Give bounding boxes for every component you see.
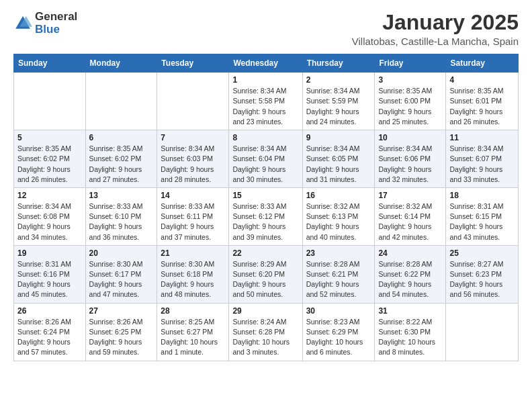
day-info: Sunrise: 8:28 AM Sunset: 6:22 PM Dayligh…	[378, 259, 442, 300]
weekday-header-friday: Friday	[375, 54, 446, 73]
day-info: Sunrise: 8:33 AM Sunset: 6:11 PM Dayligh…	[161, 201, 225, 242]
day-number: 25	[449, 248, 515, 258]
day-info: Sunrise: 8:32 AM Sunset: 6:14 PM Dayligh…	[378, 201, 442, 242]
day-number: 7	[161, 133, 225, 142]
calendar-cell: 5Sunrise: 8:35 AM Sunset: 6:02 PM Daylig…	[14, 130, 86, 188]
day-number: 19	[17, 248, 82, 258]
day-number: 11	[449, 133, 515, 142]
day-info: Sunrise: 8:33 AM Sunset: 6:10 PM Dayligh…	[89, 201, 154, 242]
calendar-row-2: 5Sunrise: 8:35 AM Sunset: 6:02 PM Daylig…	[14, 130, 519, 188]
calendar-cell: 29Sunrise: 8:24 AM Sunset: 6:28 PM Dayli…	[229, 303, 302, 361]
weekday-header-wednesday: Wednesday	[229, 54, 302, 73]
day-info: Sunrise: 8:33 AM Sunset: 6:12 PM Dayligh…	[232, 201, 298, 242]
calendar-cell: 28Sunrise: 8:25 AM Sunset: 6:27 PM Dayli…	[157, 303, 229, 361]
day-number: 17	[378, 191, 442, 200]
day-info: Sunrise: 8:30 AM Sunset: 6:18 PM Dayligh…	[161, 259, 225, 300]
calendar-cell: 8Sunrise: 8:34 AM Sunset: 6:04 PM Daylig…	[229, 130, 302, 188]
calendar-row-4: 19Sunrise: 8:31 AM Sunset: 6:16 PM Dayli…	[14, 245, 519, 303]
calendar-row-1: 1Sunrise: 8:34 AM Sunset: 5:58 PM Daylig…	[14, 73, 519, 130]
day-number: 1	[232, 75, 298, 85]
calendar-cell: 2Sunrise: 8:34 AM Sunset: 5:59 PM Daylig…	[302, 73, 375, 130]
logo-blue: Blue	[35, 24, 77, 36]
day-number: 14	[161, 191, 225, 200]
day-info: Sunrise: 8:31 AM Sunset: 6:16 PM Dayligh…	[17, 259, 82, 300]
location-title: Villatobas, Castille-La Mancha, Spain	[352, 36, 519, 47]
day-info: Sunrise: 8:34 AM Sunset: 6:08 PM Dayligh…	[17, 201, 82, 242]
day-number: 30	[306, 306, 371, 316]
day-info: Sunrise: 8:35 AM Sunset: 6:00 PM Dayligh…	[378, 86, 442, 127]
calendar-cell: 14Sunrise: 8:33 AM Sunset: 6:11 PM Dayli…	[157, 187, 229, 245]
day-number: 4	[449, 75, 515, 85]
day-info: Sunrise: 8:35 AM Sunset: 6:02 PM Dayligh…	[17, 144, 82, 185]
calendar-cell: 25Sunrise: 8:27 AM Sunset: 6:23 PM Dayli…	[446, 245, 519, 303]
day-number: 31	[378, 306, 442, 316]
day-info: Sunrise: 8:34 AM Sunset: 6:03 PM Dayligh…	[161, 144, 225, 185]
day-number: 16	[306, 191, 371, 200]
calendar-cell: 27Sunrise: 8:26 AM Sunset: 6:25 PM Dayli…	[85, 303, 157, 361]
day-info: Sunrise: 8:30 AM Sunset: 6:17 PM Dayligh…	[89, 259, 154, 300]
month-title: January 2025	[352, 11, 519, 34]
weekday-header-monday: Monday	[85, 54, 157, 73]
day-number: 6	[89, 133, 154, 142]
day-info: Sunrise: 8:26 AM Sunset: 6:24 PM Dayligh…	[17, 317, 82, 358]
day-info: Sunrise: 8:35 AM Sunset: 6:02 PM Dayligh…	[89, 144, 154, 185]
calendar-cell: 20Sunrise: 8:30 AM Sunset: 6:17 PM Dayli…	[85, 245, 157, 303]
calendar-page: General Blue January 2025 Villatobas, Ca…	[0, 0, 532, 372]
day-info: Sunrise: 8:32 AM Sunset: 6:13 PM Dayligh…	[306, 201, 371, 242]
calendar-cell: 24Sunrise: 8:28 AM Sunset: 6:22 PM Dayli…	[375, 245, 446, 303]
day-info: Sunrise: 8:29 AM Sunset: 6:20 PM Dayligh…	[232, 259, 298, 300]
calendar-cell: 16Sunrise: 8:32 AM Sunset: 6:13 PM Dayli…	[302, 187, 375, 245]
day-number: 18	[449, 191, 515, 200]
day-info: Sunrise: 8:35 AM Sunset: 6:01 PM Dayligh…	[449, 86, 515, 127]
title-block: January 2025 Villatobas, Castille-La Man…	[352, 11, 519, 47]
day-info: Sunrise: 8:34 AM Sunset: 6:06 PM Dayligh…	[378, 144, 442, 185]
day-info: Sunrise: 8:34 AM Sunset: 6:07 PM Dayligh…	[449, 144, 515, 185]
day-info: Sunrise: 8:25 AM Sunset: 6:27 PM Dayligh…	[161, 317, 225, 358]
calendar-cell: 21Sunrise: 8:30 AM Sunset: 6:18 PM Dayli…	[157, 245, 229, 303]
calendar-cell: 12Sunrise: 8:34 AM Sunset: 6:08 PM Dayli…	[14, 187, 86, 245]
day-number: 28	[161, 306, 225, 316]
calendar-cell: 3Sunrise: 8:35 AM Sunset: 6:00 PM Daylig…	[375, 73, 446, 130]
calendar-cell: 4Sunrise: 8:35 AM Sunset: 6:01 PM Daylig…	[446, 73, 519, 130]
day-number: 3	[378, 75, 442, 85]
calendar-cell: 6Sunrise: 8:35 AM Sunset: 6:02 PM Daylig…	[85, 130, 157, 188]
weekday-header-tuesday: Tuesday	[157, 54, 229, 73]
calendar-cell: 31Sunrise: 8:22 AM Sunset: 6:30 PM Dayli…	[375, 303, 446, 361]
calendar-cell: 19Sunrise: 8:31 AM Sunset: 6:16 PM Dayli…	[14, 245, 86, 303]
calendar-cell: 10Sunrise: 8:34 AM Sunset: 6:06 PM Dayli…	[375, 130, 446, 188]
calendar-cell	[446, 303, 519, 361]
calendar-cell: 26Sunrise: 8:26 AM Sunset: 6:24 PM Dayli…	[14, 303, 86, 361]
day-number: 21	[161, 248, 225, 258]
weekday-header-thursday: Thursday	[302, 54, 375, 73]
calendar-cell: 30Sunrise: 8:23 AM Sunset: 6:29 PM Dayli…	[302, 303, 375, 361]
weekday-header-sunday: Sunday	[14, 54, 86, 73]
calendar-cell: 23Sunrise: 8:28 AM Sunset: 6:21 PM Dayli…	[302, 245, 375, 303]
day-info: Sunrise: 8:23 AM Sunset: 6:29 PM Dayligh…	[306, 317, 371, 358]
day-info: Sunrise: 8:28 AM Sunset: 6:21 PM Dayligh…	[306, 259, 371, 300]
calendar-cell: 17Sunrise: 8:32 AM Sunset: 6:14 PM Dayli…	[375, 187, 446, 245]
calendar-cell: 1Sunrise: 8:34 AM Sunset: 5:58 PM Daylig…	[229, 73, 302, 130]
day-number: 15	[232, 191, 298, 200]
day-info: Sunrise: 8:26 AM Sunset: 6:25 PM Dayligh…	[89, 317, 154, 358]
header: General Blue January 2025 Villatobas, Ca…	[13, 11, 519, 47]
day-number: 8	[232, 133, 298, 142]
day-number: 26	[17, 306, 82, 316]
day-info: Sunrise: 8:34 AM Sunset: 6:05 PM Dayligh…	[306, 144, 371, 185]
logo-icon	[13, 14, 32, 33]
calendar-cell	[85, 73, 157, 130]
calendar-cell: 15Sunrise: 8:33 AM Sunset: 6:12 PM Dayli…	[229, 187, 302, 245]
day-number: 29	[232, 306, 298, 316]
day-number: 20	[89, 248, 154, 258]
calendar-row-5: 26Sunrise: 8:26 AM Sunset: 6:24 PM Dayli…	[14, 303, 519, 361]
day-number: 2	[306, 75, 371, 85]
calendar-cell: 18Sunrise: 8:31 AM Sunset: 6:15 PM Dayli…	[446, 187, 519, 245]
day-info: Sunrise: 8:31 AM Sunset: 6:15 PM Dayligh…	[449, 201, 515, 242]
calendar-cell: 7Sunrise: 8:34 AM Sunset: 6:03 PM Daylig…	[157, 130, 229, 188]
day-number: 12	[17, 191, 82, 200]
day-info: Sunrise: 8:27 AM Sunset: 6:23 PM Dayligh…	[449, 259, 515, 300]
day-info: Sunrise: 8:34 AM Sunset: 5:58 PM Dayligh…	[232, 86, 298, 127]
day-number: 24	[378, 248, 442, 258]
logo: General Blue	[13, 11, 77, 36]
calendar-cell: 11Sunrise: 8:34 AM Sunset: 6:07 PM Dayli…	[446, 130, 519, 188]
calendar-table: SundayMondayTuesdayWednesdayThursdayFrid…	[13, 54, 519, 361]
